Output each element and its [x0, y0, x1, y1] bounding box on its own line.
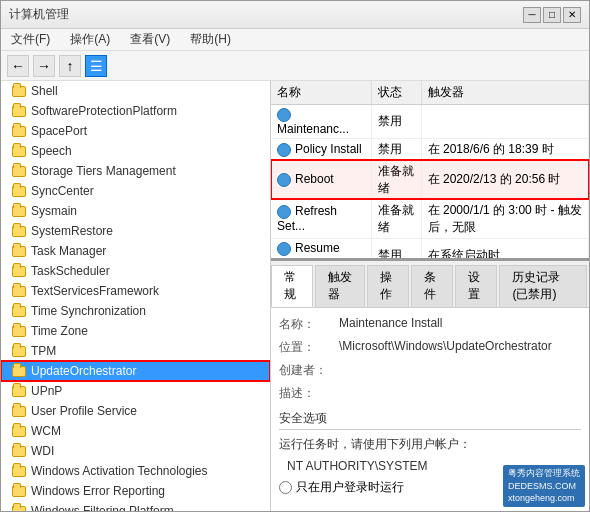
- folder-icon: [11, 283, 27, 299]
- author-row: 创建者：: [279, 362, 581, 379]
- forward-button[interactable]: →: [33, 55, 55, 77]
- run-as-row: 运行任务时，请使用下列用户帐户：: [279, 436, 581, 453]
- location-label: 位置：: [279, 339, 339, 356]
- table-row[interactable]: Resume On...禁用在系统启动时: [271, 238, 589, 261]
- tree-item-label: Windows Activation Technologies: [31, 464, 208, 478]
- tree-item-label: SystemRestore: [31, 224, 113, 238]
- title-bar: 计算机管理 ─ □ ✕: [1, 1, 589, 29]
- tree-item-11[interactable]: Time Synchronization: [1, 301, 270, 321]
- tree-item-7[interactable]: SystemRestore: [1, 221, 270, 241]
- tree-item-12[interactable]: Time Zone: [1, 321, 270, 341]
- tree-item-0[interactable]: Shell: [1, 81, 270, 101]
- tree-item-20[interactable]: Windows Error Reporting: [1, 481, 270, 501]
- tree-item-8[interactable]: Task Manager: [1, 241, 270, 261]
- tree-item-5[interactable]: SyncCenter: [1, 181, 270, 201]
- toolbar: ← → ↑ ☰: [1, 51, 589, 81]
- task-trigger-cell: 在 2020/2/13 的 20:56 时: [421, 160, 588, 199]
- tree-item-17[interactable]: WCM: [1, 421, 270, 441]
- location-row: 位置： \Microsoft\Windows\UpdateOrchestrato…: [279, 339, 581, 356]
- show-hide-button[interactable]: ☰: [85, 55, 107, 77]
- task-trigger-cell: 在 2000/1/1 的 3:00 时 - 触发后，无限: [421, 199, 588, 238]
- tree-item-10[interactable]: TextServicesFramework: [1, 281, 270, 301]
- menu-action[interactable]: 操作(A): [64, 29, 116, 50]
- tab-conditions[interactable]: 条件: [411, 265, 453, 307]
- menu-help[interactable]: 帮助(H): [184, 29, 237, 50]
- up-button[interactable]: ↑: [59, 55, 81, 77]
- tree-item-1[interactable]: SoftwareProtectionPlatform: [1, 101, 270, 121]
- folder-icon: [11, 383, 27, 399]
- radio-logged-on[interactable]: [279, 481, 292, 494]
- maximize-button[interactable]: □: [543, 7, 561, 23]
- tree-item-label: TextServicesFramework: [31, 284, 159, 298]
- tree-item-18[interactable]: WDI: [1, 441, 270, 461]
- menu-file[interactable]: 文件(F): [5, 29, 56, 50]
- right-panel-wrapper: 名称 状态 触发器 Maintenanc...禁用Policy Install禁…: [271, 81, 589, 511]
- watermark-line1: 粤秀内容管理系统: [508, 467, 580, 480]
- tab-actions[interactable]: 操作: [367, 265, 409, 307]
- folder-icon: [11, 103, 27, 119]
- tree-item-label: Task Manager: [31, 244, 106, 258]
- table-row[interactable]: Reboot准备就绪在 2020/2/13 的 20:56 时: [271, 160, 589, 199]
- tree-item-6[interactable]: Sysmain: [1, 201, 270, 221]
- tree-item-label: Windows Error Reporting: [31, 484, 165, 498]
- table-row[interactable]: Refresh Set...准备就绪在 2000/1/1 的 3:00 时 - …: [271, 199, 589, 238]
- col-status: 状态: [372, 81, 421, 105]
- tree-item-3[interactable]: Speech: [1, 141, 270, 161]
- run-as-label: 运行任务时，请使用下列用户帐户：: [279, 436, 581, 453]
- folder-icon: [11, 343, 27, 359]
- tree-item-label: Storage Tiers Management: [31, 164, 176, 178]
- folder-icon: [11, 183, 27, 199]
- task-clock-icon: [277, 143, 291, 157]
- task-name-cell: Policy Install: [271, 138, 372, 160]
- window-title: 计算机管理: [9, 6, 523, 23]
- tree-item-label: UPnP: [31, 384, 62, 398]
- location-value: \Microsoft\Windows\UpdateOrchestrator: [339, 339, 581, 353]
- desc-label: 描述：: [279, 385, 339, 402]
- task-clock-icon: [277, 173, 291, 187]
- watermark-url: xtongeheng.com: [508, 492, 580, 505]
- minimize-button[interactable]: ─: [523, 7, 541, 23]
- tab-history[interactable]: 历史记录(已禁用): [499, 265, 587, 307]
- tree-item-15[interactable]: UPnP: [1, 381, 270, 401]
- tab-triggers[interactable]: 触发器: [315, 265, 365, 307]
- name-row: 名称： Maintenance Install: [279, 316, 581, 333]
- tree-item-16[interactable]: User Profile Service: [1, 401, 270, 421]
- menu-bar: 文件(F) 操作(A) 查看(V) 帮助(H): [1, 29, 589, 51]
- name-label: 名称：: [279, 316, 339, 333]
- close-button[interactable]: ✕: [563, 7, 581, 23]
- col-trigger: 触发器: [421, 81, 588, 105]
- folder-icon: [11, 483, 27, 499]
- tree-item-label: User Profile Service: [31, 404, 137, 418]
- table-row[interactable]: Maintenanc...禁用: [271, 105, 589, 139]
- tree-item-4[interactable]: Storage Tiers Management: [1, 161, 270, 181]
- watermark: 粤秀内容管理系统 DEDESMS.COM xtongeheng.com: [503, 465, 585, 507]
- table-row[interactable]: Policy Install禁用在 2018/6/6 的 18:39 时: [271, 138, 589, 160]
- tree-item-13[interactable]: TPM: [1, 341, 270, 361]
- back-button[interactable]: ←: [7, 55, 29, 77]
- task-trigger-cell: [421, 105, 588, 139]
- task-status-cell: 禁用: [372, 238, 421, 261]
- tree-item-9[interactable]: TaskScheduler: [1, 261, 270, 281]
- folder-icon: [11, 443, 27, 459]
- window-controls: ─ □ ✕: [523, 7, 581, 23]
- menu-view[interactable]: 查看(V): [124, 29, 176, 50]
- folder-icon: [11, 163, 27, 179]
- tree-item-14[interactable]: UpdateOrchestrator: [1, 361, 270, 381]
- task-clock-icon: [277, 108, 291, 122]
- tab-general[interactable]: 常规: [271, 265, 313, 307]
- tree-item-21[interactable]: Windows Filtering Platform: [1, 501, 270, 511]
- task-name-cell: Refresh Set...: [271, 199, 372, 238]
- tree-item-label: TPM: [31, 344, 56, 358]
- tree-item-label: Sysmain: [31, 204, 77, 218]
- tab-settings[interactable]: 设置: [455, 265, 497, 307]
- tree-item-label: SyncCenter: [31, 184, 94, 198]
- folder-icon: [11, 203, 27, 219]
- folder-icon: [11, 223, 27, 239]
- tree-item-label: Time Zone: [31, 324, 88, 338]
- radio-logged-on-label: 只在用户登录时运行: [296, 479, 404, 496]
- tree-item-2[interactable]: SpacePort: [1, 121, 270, 141]
- tree-item-19[interactable]: Windows Activation Technologies: [1, 461, 270, 481]
- folder-icon: [11, 263, 27, 279]
- folder-icon: [11, 303, 27, 319]
- tree-item-label: TaskScheduler: [31, 264, 110, 278]
